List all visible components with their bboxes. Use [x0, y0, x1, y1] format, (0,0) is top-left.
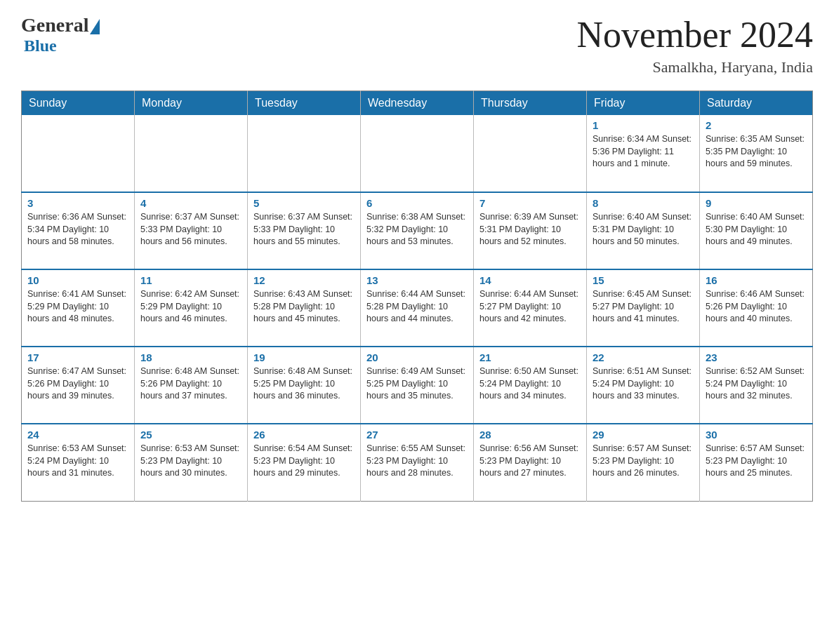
- calendar-cell: 23Sunrise: 6:52 AM Sunset: 5:24 PM Dayli…: [700, 347, 813, 424]
- day-info: Sunrise: 6:45 AM Sunset: 5:27 PM Dayligh…: [593, 288, 694, 326]
- day-number: 11: [140, 274, 241, 286]
- calendar-week-row: 10Sunrise: 6:41 AM Sunset: 5:29 PM Dayli…: [22, 269, 813, 347]
- day-info: Sunrise: 6:38 AM Sunset: 5:32 PM Dayligh…: [366, 211, 468, 248]
- day-info: Sunrise: 6:36 AM Sunset: 5:34 PM Dayligh…: [27, 211, 128, 248]
- day-number: 13: [366, 274, 468, 286]
- location-text: Samalkha, Haryana, India: [577, 58, 813, 76]
- logo-triangle-icon: [90, 19, 100, 34]
- day-number: 27: [366, 429, 468, 441]
- day-info: Sunrise: 6:50 AM Sunset: 5:24 PM Dayligh…: [479, 365, 581, 403]
- day-info: Sunrise: 6:52 AM Sunset: 5:24 PM Dayligh…: [706, 365, 807, 403]
- day-info: Sunrise: 6:57 AM Sunset: 5:23 PM Dayligh…: [706, 443, 807, 480]
- weekday-header-monday: Monday: [135, 91, 248, 116]
- day-info: Sunrise: 6:42 AM Sunset: 5:29 PM Dayligh…: [140, 288, 241, 326]
- day-number: 8: [593, 197, 694, 209]
- title-area: November 2024 Samalkha, Haryana, India: [577, 14, 813, 76]
- day-info: Sunrise: 6:51 AM Sunset: 5:24 PM Dayligh…: [593, 365, 694, 403]
- day-number: 10: [27, 274, 128, 286]
- weekday-header-sunday: Sunday: [22, 91, 135, 116]
- calendar-cell: 19Sunrise: 6:48 AM Sunset: 5:25 PM Dayli…: [248, 347, 361, 424]
- weekday-header-thursday: Thursday: [474, 91, 587, 116]
- day-number: 1: [593, 119, 694, 131]
- calendar-cell: 3Sunrise: 6:36 AM Sunset: 5:34 PM Daylig…: [22, 192, 135, 269]
- calendar-cell: 13Sunrise: 6:44 AM Sunset: 5:28 PM Dayli…: [361, 269, 474, 347]
- day-number: 21: [479, 351, 581, 363]
- calendar-cell: 12Sunrise: 6:43 AM Sunset: 5:28 PM Dayli…: [248, 269, 361, 347]
- day-info: Sunrise: 6:44 AM Sunset: 5:28 PM Dayligh…: [366, 288, 468, 326]
- day-number: 18: [140, 351, 241, 363]
- day-info: Sunrise: 6:35 AM Sunset: 5:35 PM Dayligh…: [706, 133, 807, 170]
- calendar-cell: 14Sunrise: 6:44 AM Sunset: 5:27 PM Dayli…: [474, 269, 587, 347]
- day-number: 9: [706, 197, 807, 209]
- logo-general-text: General: [21, 14, 88, 36]
- day-number: 7: [479, 197, 581, 209]
- weekday-header-friday: Friday: [587, 91, 700, 116]
- calendar-cell: 10Sunrise: 6:41 AM Sunset: 5:29 PM Dayli…: [22, 269, 135, 347]
- day-info: Sunrise: 6:43 AM Sunset: 5:28 PM Dayligh…: [253, 288, 355, 326]
- day-number: 29: [593, 429, 694, 441]
- day-info: Sunrise: 6:56 AM Sunset: 5:23 PM Dayligh…: [479, 443, 581, 480]
- day-info: Sunrise: 6:37 AM Sunset: 5:33 PM Dayligh…: [253, 211, 355, 248]
- calendar-cell: [248, 115, 361, 192]
- calendar-cell: [22, 115, 135, 192]
- day-info: Sunrise: 6:39 AM Sunset: 5:31 PM Dayligh…: [479, 211, 581, 248]
- day-info: Sunrise: 6:44 AM Sunset: 5:27 PM Dayligh…: [479, 288, 581, 326]
- day-number: 16: [706, 274, 807, 286]
- day-info: Sunrise: 6:46 AM Sunset: 5:26 PM Dayligh…: [706, 288, 807, 326]
- calendar-cell: [474, 115, 587, 192]
- calendar-cell: 2Sunrise: 6:35 AM Sunset: 5:35 PM Daylig…: [700, 115, 813, 192]
- calendar-cell: 4Sunrise: 6:37 AM Sunset: 5:33 PM Daylig…: [135, 192, 248, 269]
- calendar-week-row: 1Sunrise: 6:34 AM Sunset: 5:36 PM Daylig…: [22, 115, 813, 192]
- calendar-cell: 7Sunrise: 6:39 AM Sunset: 5:31 PM Daylig…: [474, 192, 587, 269]
- calendar-cell: 29Sunrise: 6:57 AM Sunset: 5:23 PM Dayli…: [587, 424, 700, 501]
- calendar-cell: 25Sunrise: 6:53 AM Sunset: 5:23 PM Dayli…: [135, 424, 248, 501]
- day-number: 6: [366, 197, 468, 209]
- calendar-cell: 1Sunrise: 6:34 AM Sunset: 5:36 PM Daylig…: [587, 115, 700, 192]
- month-title: November 2024: [577, 14, 813, 55]
- day-info: Sunrise: 6:47 AM Sunset: 5:26 PM Dayligh…: [27, 365, 128, 403]
- day-number: 20: [366, 351, 468, 363]
- day-number: 19: [253, 351, 355, 363]
- calendar-cell: 28Sunrise: 6:56 AM Sunset: 5:23 PM Dayli…: [474, 424, 587, 501]
- weekday-header-row: SundayMondayTuesdayWednesdayThursdayFrid…: [22, 91, 813, 116]
- logo: General Blue: [21, 14, 100, 55]
- calendar-cell: [135, 115, 248, 192]
- day-number: 22: [593, 351, 694, 363]
- day-info: Sunrise: 6:53 AM Sunset: 5:23 PM Dayligh…: [140, 443, 241, 480]
- calendar-cell: 15Sunrise: 6:45 AM Sunset: 5:27 PM Dayli…: [587, 269, 700, 347]
- day-info: Sunrise: 6:34 AM Sunset: 5:36 PM Dayligh…: [593, 133, 694, 170]
- calendar-cell: 17Sunrise: 6:47 AM Sunset: 5:26 PM Dayli…: [22, 347, 135, 424]
- day-number: 12: [253, 274, 355, 286]
- calendar-cell: 9Sunrise: 6:40 AM Sunset: 5:30 PM Daylig…: [700, 192, 813, 269]
- day-number: 30: [706, 429, 807, 441]
- calendar-cell: 5Sunrise: 6:37 AM Sunset: 5:33 PM Daylig…: [248, 192, 361, 269]
- calendar-cell: 22Sunrise: 6:51 AM Sunset: 5:24 PM Dayli…: [587, 347, 700, 424]
- calendar-cell: 30Sunrise: 6:57 AM Sunset: 5:23 PM Dayli…: [700, 424, 813, 501]
- calendar-week-row: 3Sunrise: 6:36 AM Sunset: 5:34 PM Daylig…: [22, 192, 813, 269]
- weekday-header-tuesday: Tuesday: [248, 91, 361, 116]
- day-number: 15: [593, 274, 694, 286]
- calendar-cell: 6Sunrise: 6:38 AM Sunset: 5:32 PM Daylig…: [361, 192, 474, 269]
- calendar-cell: [361, 115, 474, 192]
- day-number: 24: [27, 429, 128, 441]
- day-info: Sunrise: 6:37 AM Sunset: 5:33 PM Dayligh…: [140, 211, 241, 248]
- day-number: 5: [253, 197, 355, 209]
- calendar-cell: 16Sunrise: 6:46 AM Sunset: 5:26 PM Dayli…: [700, 269, 813, 347]
- calendar-week-row: 17Sunrise: 6:47 AM Sunset: 5:26 PM Dayli…: [22, 347, 813, 424]
- logo-blue-text: Blue: [21, 36, 57, 55]
- day-info: Sunrise: 6:40 AM Sunset: 5:31 PM Dayligh…: [593, 211, 694, 248]
- day-number: 25: [140, 429, 241, 441]
- day-number: 2: [706, 119, 807, 131]
- day-info: Sunrise: 6:40 AM Sunset: 5:30 PM Dayligh…: [706, 211, 807, 248]
- calendar-cell: 24Sunrise: 6:53 AM Sunset: 5:24 PM Dayli…: [22, 424, 135, 501]
- day-info: Sunrise: 6:55 AM Sunset: 5:23 PM Dayligh…: [366, 443, 468, 480]
- calendar-cell: 18Sunrise: 6:48 AM Sunset: 5:26 PM Dayli…: [135, 347, 248, 424]
- day-info: Sunrise: 6:41 AM Sunset: 5:29 PM Dayligh…: [27, 288, 128, 326]
- calendar-cell: 21Sunrise: 6:50 AM Sunset: 5:24 PM Dayli…: [474, 347, 587, 424]
- day-info: Sunrise: 6:53 AM Sunset: 5:24 PM Dayligh…: [27, 443, 128, 480]
- calendar-cell: 11Sunrise: 6:42 AM Sunset: 5:29 PM Dayli…: [135, 269, 248, 347]
- weekday-header-saturday: Saturday: [700, 91, 813, 116]
- day-number: 17: [27, 351, 128, 363]
- day-info: Sunrise: 6:49 AM Sunset: 5:25 PM Dayligh…: [366, 365, 468, 403]
- calendar-table: SundayMondayTuesdayWednesdayThursdayFrid…: [21, 90, 813, 502]
